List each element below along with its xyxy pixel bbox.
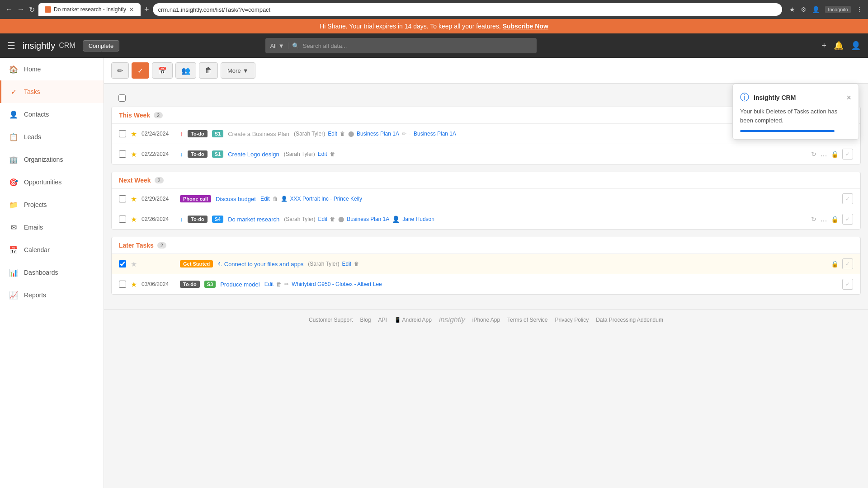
task-3-linked[interactable]: XXX Portrait Inc - Prince Kelly bbox=[290, 196, 362, 202]
task-4-link[interactable]: Do market research bbox=[228, 216, 279, 223]
opportunities-icon: 🎯 bbox=[9, 177, 19, 187]
edit-button[interactable]: ✏ bbox=[111, 62, 129, 79]
task-2-checkbox[interactable] bbox=[119, 150, 126, 158]
task-4-delete-icon: 🗑 bbox=[330, 216, 335, 222]
task-6-complete-button[interactable]: ✓ bbox=[842, 279, 853, 290]
notification-progress-bar bbox=[740, 130, 835, 132]
task-5-checkbox[interactable] bbox=[119, 260, 126, 267]
sidebar-item-dashboards[interactable]: 📊 Dashboards bbox=[0, 261, 104, 284]
hamburger-icon[interactable]: ☰ bbox=[7, 40, 15, 51]
new-tab-button[interactable]: + bbox=[144, 5, 149, 14]
add-icon[interactable]: + bbox=[821, 41, 826, 51]
notification-close-button[interactable]: × bbox=[846, 94, 851, 102]
task-4-star-icon[interactable]: ★ bbox=[131, 215, 137, 224]
footer-android-app[interactable]: 📱 Android App bbox=[394, 317, 432, 323]
task-1-linked2[interactable]: Business Plan 1A bbox=[414, 131, 456, 137]
section-this-week-title: This Week bbox=[119, 112, 150, 119]
task-3-link[interactable]: Discuss budget bbox=[216, 196, 256, 202]
browser-tab[interactable]: Do market research - Insightly ✕ bbox=[38, 3, 141, 16]
delete-button[interactable]: 🗑 bbox=[199, 62, 218, 79]
task-3-star-icon[interactable]: ★ bbox=[131, 195, 137, 203]
select-all-checkbox[interactable] bbox=[118, 94, 126, 102]
task-5-complete-button[interactable]: ✓ bbox=[842, 258, 853, 269]
task-6-checkbox[interactable] bbox=[119, 281, 126, 288]
tab-close-icon[interactable]: ✕ bbox=[129, 6, 134, 13]
task-5-lock-icon: 🔒 bbox=[831, 260, 839, 267]
tab-title: Do market research - Insightly bbox=[54, 6, 126, 13]
task-1-delete-icon: 🗑 bbox=[340, 131, 345, 137]
sidebar-item-leads[interactable]: 📋 Leads bbox=[0, 126, 104, 148]
task-2-complete-button[interactable]: ✓ bbox=[842, 149, 853, 160]
task-6-star-icon[interactable]: ★ bbox=[131, 280, 137, 289]
emails-icon: ✉ bbox=[9, 222, 19, 232]
task-5-link[interactable]: 4. Connect to your files and apps bbox=[217, 261, 303, 267]
user-avatar-icon[interactable]: 👤 bbox=[851, 41, 861, 51]
more-button[interactable]: More ▼ bbox=[221, 62, 255, 79]
footer-privacy[interactable]: Privacy Policy bbox=[555, 317, 589, 323]
sidebar-item-organizations[interactable]: 🏢 Organizations bbox=[0, 148, 104, 171]
browser-nav[interactable]: ← → ↻ bbox=[5, 5, 35, 14]
notification-icon[interactable]: 🔔 bbox=[834, 41, 844, 51]
complete-button[interactable]: ✓ bbox=[132, 62, 149, 79]
profile-icon[interactable]: 👤 bbox=[812, 6, 820, 13]
task-6-link[interactable]: Produce model bbox=[220, 281, 259, 288]
footer-iphone-app[interactable]: iPhone App bbox=[472, 317, 500, 323]
footer-customer-support[interactable]: Customer Support bbox=[309, 317, 353, 323]
task-2-dot-menu[interactable]: … bbox=[820, 150, 827, 158]
task-1-link[interactable]: Create a Business Plan bbox=[228, 131, 289, 137]
calendar-button[interactable]: 📅 bbox=[152, 62, 173, 79]
task-3-edit-link[interactable]: Edit bbox=[260, 196, 270, 202]
task-2-link[interactable]: Create Logo design bbox=[228, 151, 279, 158]
extension-icon[interactable]: ⚙ bbox=[801, 6, 807, 13]
sidebar-item-tasks[interactable]: ✓ Tasks bbox=[0, 80, 104, 103]
search-dropdown[interactable]: All ▼ bbox=[270, 42, 288, 49]
task-4-complete-button[interactable]: ✓ bbox=[842, 214, 853, 225]
complete-badge-button[interactable]: Complete bbox=[83, 40, 120, 52]
task-1-edit-link[interactable]: Edit bbox=[328, 131, 337, 137]
task-1-linked[interactable]: Business Plan 1A bbox=[357, 131, 399, 137]
task-5-star-icon[interactable]: ★ bbox=[131, 260, 137, 268]
tab-favicon bbox=[45, 6, 51, 13]
sidebar-item-home[interactable]: 🏠 Home bbox=[0, 58, 104, 80]
subscribe-link[interactable]: Subscribe Now bbox=[503, 23, 548, 30]
task-6-linked[interactable]: Whirlybird G950 - Globex - Albert Lee bbox=[292, 281, 382, 287]
task-3-complete-button[interactable]: ✓ bbox=[842, 193, 853, 204]
assign-button[interactable]: 👥 bbox=[175, 62, 196, 79]
address-bar[interactable]: crm.na1.insightly.com/list/Task/?v=compa… bbox=[153, 3, 783, 16]
task-2-star-icon[interactable]: ★ bbox=[131, 150, 137, 159]
task-1-assigned: (Sarah Tyler) bbox=[294, 131, 325, 137]
footer-terms[interactable]: Terms of Service bbox=[507, 317, 547, 323]
sidebar-item-opportunities[interactable]: 🎯 Opportunities bbox=[0, 171, 104, 193]
bookmark-icon[interactable]: ★ bbox=[789, 6, 795, 13]
back-icon[interactable]: ← bbox=[5, 5, 13, 14]
sidebar-label-contacts: Contacts bbox=[24, 111, 49, 118]
browser-chrome: ← → ↻ Do market research - Insightly ✕ +… bbox=[0, 0, 868, 19]
task-4-dot-menu[interactable]: … bbox=[820, 215, 827, 223]
sidebar-item-contacts[interactable]: 👤 Contacts bbox=[0, 103, 104, 126]
footer-blog[interactable]: Blog bbox=[360, 317, 371, 323]
sidebar-item-reports[interactable]: 📈 Reports bbox=[0, 284, 104, 306]
task-4-edit-link[interactable]: Edit bbox=[318, 216, 328, 222]
forward-icon[interactable]: → bbox=[17, 5, 24, 14]
task-4-person[interactable]: Jane Hudson bbox=[402, 216, 434, 222]
task-1-pencil-icon: ✏ bbox=[402, 131, 406, 137]
footer-data-processing[interactable]: Data Processing Addendum bbox=[596, 317, 663, 323]
task-5-meta: (Sarah Tyler) Edit 🗑 bbox=[308, 261, 826, 267]
search-input[interactable] bbox=[303, 42, 533, 49]
sidebar-item-projects[interactable]: 📁 Projects bbox=[0, 193, 104, 216]
task-3-checkbox[interactable] bbox=[119, 195, 126, 202]
task-5-edit-link[interactable]: Edit bbox=[342, 261, 352, 267]
task-4-checkbox[interactable] bbox=[119, 216, 126, 223]
footer-api[interactable]: API bbox=[378, 317, 387, 323]
task-4-linked[interactable]: Business Plan 1A bbox=[347, 216, 389, 222]
sidebar-item-emails[interactable]: ✉ Emails bbox=[0, 216, 104, 239]
task-2-edit-link[interactable]: Edit bbox=[318, 151, 327, 157]
menu-icon[interactable]: ⋮ bbox=[856, 6, 863, 13]
sidebar: 🏠 Home ✓ Tasks 👤 Contacts 📋 Leads 🏢 Orga… bbox=[0, 58, 104, 488]
task-1-checkbox[interactable] bbox=[119, 130, 126, 137]
task-6-edit-link[interactable]: Edit bbox=[264, 281, 274, 287]
task-4-date: 02/26/2024 bbox=[142, 216, 175, 222]
refresh-icon[interactable]: ↻ bbox=[29, 5, 35, 14]
sidebar-item-calendar[interactable]: 📅 Calendar bbox=[0, 239, 104, 261]
task-1-star-icon[interactable]: ★ bbox=[131, 130, 137, 138]
